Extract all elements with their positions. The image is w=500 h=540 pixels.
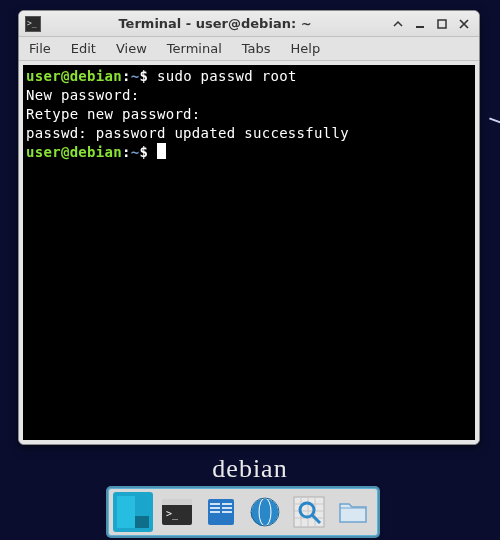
menu-help[interactable]: Help [281, 37, 331, 60]
taskbar-panel: >_ [108, 488, 378, 536]
svg-rect-9 [210, 503, 220, 505]
terminal-launcher[interactable]: >_ [157, 492, 197, 532]
web-browser-launcher[interactable] [245, 492, 285, 532]
close-button[interactable] [455, 16, 473, 32]
window-controls [389, 16, 473, 32]
minimize-button[interactable] [411, 16, 429, 32]
menu-view[interactable]: View [106, 37, 157, 60]
svg-rect-4 [117, 496, 135, 528]
window-titlebar[interactable]: >_ Terminal - user@debian: ~ [19, 11, 479, 37]
svg-rect-11 [210, 511, 220, 513]
svg-rect-6 [162, 499, 192, 505]
terminal-window: >_ Terminal - user@debian: ~ FileEditVie… [18, 10, 480, 445]
svg-rect-10 [210, 507, 220, 509]
maximize-button[interactable] [433, 16, 451, 32]
terminal-output[interactable]: user@debian:~$ sudo passwd root New pass… [23, 65, 475, 440]
terminal-cursor [157, 143, 166, 159]
terminal-body-wrap: user@debian:~$ sudo passwd root New pass… [19, 61, 479, 444]
svg-rect-1 [438, 20, 446, 28]
svg-text:>_: >_ [166, 508, 179, 520]
menu-terminal[interactable]: Terminal [157, 37, 232, 60]
svg-rect-13 [222, 507, 232, 509]
menu-edit[interactable]: Edit [61, 37, 106, 60]
terminal-icon: >_ [25, 16, 41, 32]
svg-rect-0 [416, 26, 424, 28]
svg-rect-12 [222, 503, 232, 505]
wallpaper-decoration [479, 117, 500, 152]
search-launcher[interactable] [289, 492, 329, 532]
menubar: FileEditViewTerminalTabsHelp [19, 37, 479, 61]
svg-rect-14 [222, 511, 232, 513]
window-title: Terminal - user@debian: ~ [47, 16, 383, 31]
menu-file[interactable]: File [19, 37, 61, 60]
file-manager-launcher[interactable] [201, 492, 241, 532]
menu-tabs[interactable]: Tabs [232, 37, 281, 60]
shade-button[interactable] [389, 16, 407, 32]
desktop-brand: debian [0, 454, 500, 484]
show-desktop[interactable] [113, 492, 153, 532]
folder-launcher[interactable] [333, 492, 373, 532]
